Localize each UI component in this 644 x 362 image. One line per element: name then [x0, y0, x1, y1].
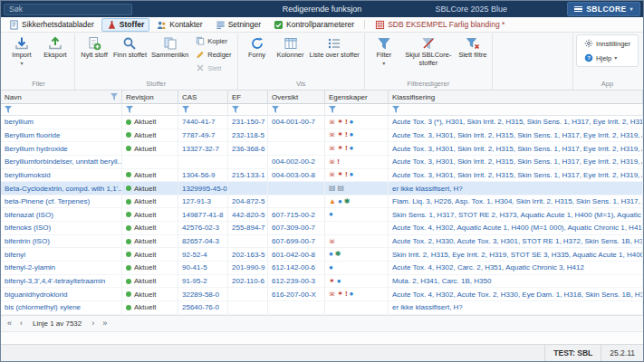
- cell-name: berylliumoksid: [1, 169, 122, 182]
- ghs-skull-icon: ☠: [329, 291, 335, 298]
- cell-ef: 202-110-6: [228, 275, 268, 288]
- nytt-stoff-button[interactable]: Nytt stoff: [78, 34, 111, 62]
- column-header-index[interactable]: Oversikt: [268, 90, 325, 104]
- cell-cas: 127-91-3: [178, 195, 228, 208]
- pager-first-button[interactable]: «: [5, 319, 14, 328]
- table-row[interactable]: bis (chlormethyl) xyleneAktuelt25640-76-…: [1, 301, 643, 315]
- table-row[interactable]: bifentrin (ISO)Aktuelt82657-04-3607-699-…: [1, 235, 643, 249]
- status-active-icon: [126, 291, 131, 297]
- button-label: Slett: [207, 64, 221, 72]
- cell-cas: 1329995-45-0: [178, 182, 228, 195]
- tab-stoffer[interactable]: Stoffer: [101, 18, 149, 32]
- table-row[interactable]: bifenazat (ISO)Aktuelt149877-41-8442-820…: [1, 208, 643, 222]
- cell-ef: 215-133-1: [228, 169, 268, 182]
- pager-next-button[interactable]: ›: [88, 319, 98, 328]
- filter-button[interactable]: Filter ▾: [368, 34, 400, 68]
- import-button[interactable]: Import ▾: [5, 34, 38, 68]
- badge-icon: ▤: [329, 185, 336, 192]
- column-header-revision[interactable]: Revisjon: [122, 90, 178, 104]
- column-header-properties[interactable]: Egenskaper: [325, 90, 389, 104]
- cell-revision: Aktuelt: [122, 248, 178, 261]
- pager-prev-button[interactable]: ‹: [16, 319, 26, 328]
- filter-cell-properties[interactable]: [325, 104, 389, 116]
- column-header-name[interactable]: Navn: [1, 90, 122, 104]
- table-row[interactable]: bifenylAktuelt92-52-4202-163-5601-042-00…: [1, 248, 643, 262]
- slett-filtre-button[interactable]: Slett filtre: [457, 34, 489, 62]
- cell-revision: Aktuelt: [122, 116, 178, 129]
- columns-icon: [284, 36, 298, 51]
- pager-label: Linje 1 av 7532: [28, 319, 86, 328]
- menu-separator: [364, 20, 365, 29]
- filter-cell-classification[interactable]: [389, 104, 643, 116]
- filter-cell-index[interactable]: [268, 104, 325, 116]
- cell-ef: 201-990-9: [228, 262, 268, 274]
- tab-sdb-eksempel[interactable]: SDB EKSEMPEL Farlig blanding *: [370, 18, 510, 32]
- pager-last-button[interactable]: »: [100, 319, 110, 328]
- tab-sikkerhetsdatablader[interactable]: Sikkerhetsdatablader: [4, 18, 100, 32]
- table-row[interactable]: Beryllium hydroxideAktuelt13327-32-7236-…: [1, 142, 643, 156]
- slett-button[interactable]: Slett: [193, 62, 234, 74]
- table-row[interactable]: beta-Pinene (cf. Terpenes)Aktuelt127-91-…: [1, 195, 643, 209]
- cell-name: bifenyl-2-ylamin: [1, 262, 122, 274]
- cell-revision: Aktuelt: [122, 288, 178, 300]
- cell-cas: [178, 156, 228, 168]
- table-row[interactable]: bifenoks (ISO)Aktuelt42576-02-3255-894-7…: [1, 222, 643, 235]
- forny-button[interactable]: Forny: [241, 34, 274, 62]
- liste-over-stoffer-button[interactable]: Liste over stoffer: [308, 34, 361, 62]
- eksport-button[interactable]: Eksport: [39, 34, 72, 62]
- ghs-exclamation-icon: !: [345, 145, 348, 152]
- column-header-classification[interactable]: Klassifisering: [389, 90, 643, 104]
- export-icon: [48, 36, 62, 51]
- cell-classification: Acute Tox. 4, H302, Acute Tox. 2, H330, …: [389, 288, 643, 300]
- sammenlikn-button[interactable]: Sammenlikn: [149, 34, 190, 62]
- button-label: Filter: [376, 52, 391, 60]
- filter-icon: [126, 106, 133, 113]
- button-label: Finn stoffet: [113, 52, 147, 60]
- skjul-sblcore-stoffer-button[interactable]: Skjul SBLCore-stoffer: [401, 34, 456, 69]
- titlebar: Redigerende funksjon SBLCore 2025 Blue S…: [1, 1, 643, 17]
- search-icon: [122, 36, 137, 51]
- table-row[interactable]: Berylliumforbindelser, unntatt beryll...…: [1, 156, 643, 169]
- filter-cell-name[interactable]: [1, 104, 122, 116]
- status-active-icon: [126, 279, 131, 284]
- finn-stoffet-button[interactable]: Finn stoffet: [111, 34, 149, 62]
- cell-cas: 1304-56-9: [178, 169, 228, 182]
- innstillinger-button[interactable]: Innstillinger: [582, 37, 633, 50]
- table-row[interactable]: bifenyl-3,3',4,4'-tetrayltetraaminAktuel…: [1, 275, 643, 289]
- column-header-ef[interactable]: EF: [228, 90, 268, 104]
- gear-icon: [584, 39, 593, 48]
- cell-ef: [228, 235, 268, 248]
- kolonner-button[interactable]: Kolonner: [274, 34, 307, 62]
- list-icon: [327, 36, 341, 51]
- table-row[interactable]: biguanidhydrokloridAktuelt32289-58-0616-…: [1, 288, 643, 301]
- filter-cell-cas[interactable]: [178, 104, 228, 116]
- chevron-down-icon: ▾: [20, 61, 23, 66]
- table-row[interactable]: bifenyl-2-ylaminAktuelt90-41-5201-990-96…: [1, 262, 643, 275]
- column-header-cas[interactable]: CAS: [178, 90, 228, 104]
- tab-label: Kontakter: [169, 20, 202, 29]
- cell-properties: ☠: [325, 235, 389, 248]
- button-label: Skjul SBLCore-stoffer: [403, 52, 454, 67]
- droplet-icon: ●: [350, 131, 354, 138]
- ghs-health-hazard-icon: ✶: [329, 278, 335, 285]
- cell-cas: 13327-32-7: [178, 142, 228, 155]
- filter-cell-ef[interactable]: [228, 104, 268, 116]
- cell-index: [268, 301, 325, 314]
- cell-cas: 7787-49-7: [178, 129, 228, 142]
- table-row[interactable]: berylliumoksidAktuelt1304-56-9215-133-10…: [1, 169, 643, 183]
- cell-name: bifenyl: [1, 248, 122, 261]
- status-active-icon: [126, 119, 131, 125]
- hjelp-button[interactable]: ? Hjelp ▾: [582, 52, 633, 64]
- table-row[interactable]: berylliumAktuelt7440-41-7231-150-7004-00…: [1, 116, 643, 129]
- kopier-button[interactable]: Kopier: [193, 34, 234, 47]
- tab-setninger[interactable]: Setninger: [210, 18, 266, 32]
- tab-kontakter[interactable]: Kontakter: [151, 18, 207, 32]
- rediger-button[interactable]: Rediger: [193, 48, 234, 61]
- tab-kontrollparameterer[interactable]: Kontrollparameterer: [268, 18, 360, 32]
- global-search-input[interactable]: [4, 4, 132, 15]
- table-row[interactable]: Beryllium fluorideAktuelt7787-49-7232-11…: [1, 129, 643, 143]
- ghs-flame-icon: ▲: [329, 198, 336, 205]
- filter-cell-revision[interactable]: [122, 104, 178, 116]
- table-row[interactable]: Beta-Cyclodextrin, compd. with 1,1'...Ak…: [1, 182, 643, 195]
- brand-menu-button[interactable]: SBLCORE ▾: [567, 2, 640, 16]
